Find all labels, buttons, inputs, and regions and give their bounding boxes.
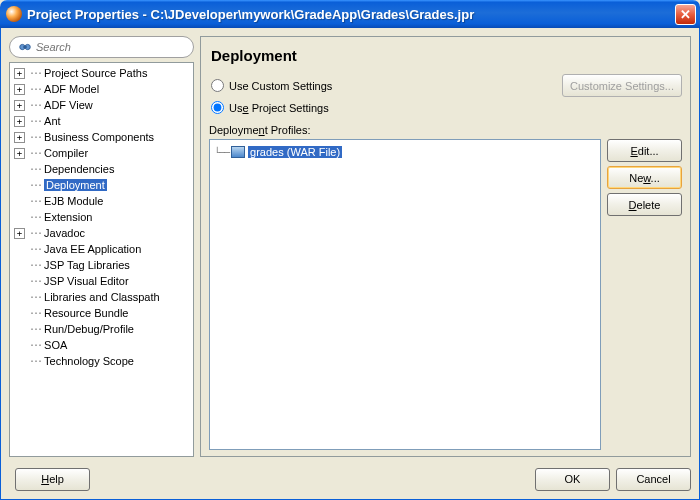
tree-item[interactable]: ···Run/Debug/Profile [10,321,193,337]
tree-dots: ··· [29,68,41,79]
tree-dots: ··· [29,292,41,303]
tree-item-label: Ant [44,115,61,127]
binoculars-icon [18,40,32,54]
app-icon [6,6,22,22]
tree-dots: ··· [29,324,41,335]
tree-item[interactable]: +···Javadoc [10,225,193,241]
tree-item[interactable]: ···Dependencies [10,161,193,177]
search-field[interactable] [9,36,194,58]
tree-item[interactable]: +···Compiler [10,145,193,161]
expand-icon[interactable]: + [14,132,25,143]
tree-dots: ··· [29,308,41,319]
dialog-body: +···Project Source Paths+···ADF Model+··… [0,28,700,500]
expand-spacer [14,244,25,255]
tree-item-label: Resource Bundle [44,307,128,319]
expand-spacer [14,356,25,367]
profiles-area: Deployment Profiles: └── grades (WAR Fil… [209,120,682,450]
delete-button[interactable]: Delete [607,193,682,216]
expand-icon[interactable]: + [14,84,25,95]
tree-item[interactable]: ···JSP Visual Editor [10,273,193,289]
new-button[interactable]: New... [607,166,682,189]
left-panel: +···Project Source Paths+···ADF Model+··… [9,36,194,457]
tree-dots: ··· [29,100,41,111]
tree-dots: ··· [29,244,41,255]
tree-item-label: Libraries and Classpath [44,291,160,303]
expand-spacer [14,308,25,319]
tree-item[interactable]: ···Deployment [10,177,193,193]
tree-item[interactable]: ···Extension [10,209,193,225]
tree-dots: ··· [29,116,41,127]
edit-button[interactable]: Edit... [607,139,682,162]
close-button[interactable]: ✕ [675,4,696,25]
expand-spacer [14,164,25,175]
tree-dots: ··· [29,356,41,367]
tree-item-label: Run/Debug/Profile [44,323,134,335]
tree-item-label: Extension [44,211,92,223]
tree-dots: ··· [29,228,41,239]
profile-item-label: grades (WAR File) [248,146,342,158]
category-tree[interactable]: +···Project Source Paths+···ADF Model+··… [9,62,194,457]
tree-item-label: Deployment [44,179,107,191]
tree-item[interactable]: ···SOA [10,337,193,353]
svg-rect-2 [23,46,27,48]
profiles-row: └── grades (WAR File) Edit... New... Del… [209,139,682,450]
tree-item-label: Project Source Paths [44,67,147,79]
tree-item[interactable]: ···JSP Tag Libraries [10,257,193,273]
use-custom-label: Use Custom Settings [229,80,332,92]
use-project-label: Use Project Settings [229,102,329,114]
tree-dots: ··· [29,212,41,223]
profile-buttons: Edit... New... Delete [607,139,682,450]
expand-icon[interactable]: + [14,100,25,111]
tree-item[interactable]: ···EJB Module [10,193,193,209]
expand-icon[interactable]: + [14,68,25,79]
tree-item[interactable]: +···Business Components [10,129,193,145]
profile-item[interactable]: └── grades (WAR File) [214,144,596,160]
custom-settings-row: Use Custom Settings Customize Settings..… [209,72,682,99]
tree-item-label: Compiler [44,147,88,159]
tree-dots: ··· [29,84,41,95]
expand-spacer [14,212,25,223]
cancel-button[interactable]: Cancel [616,468,691,491]
tree-item[interactable]: ···Libraries and Classpath [10,289,193,305]
main-area: +···Project Source Paths+···ADF Model+··… [9,36,691,457]
tree-item[interactable]: +···ADF Model [10,81,193,97]
titlebar: Project Properties - C:\JDeveloper\mywor… [0,0,700,28]
tree-item-label: JSP Tag Libraries [44,259,130,271]
expand-icon[interactable]: + [14,228,25,239]
tree-item[interactable]: ···Technology Scope [10,353,193,369]
tree-item-label: ADF View [44,99,93,111]
expand-spacer [14,180,25,191]
tree-item-label: Technology Scope [44,355,134,367]
tree-item-label: ADF Model [44,83,99,95]
project-settings-row: Use Project Settings [209,99,682,116]
expand-icon[interactable]: + [14,148,25,159]
profiles-list[interactable]: └── grades (WAR File) [209,139,601,450]
tree-item-label: Dependencies [44,163,114,175]
search-input[interactable] [36,41,185,53]
bottom-bar: Help OK Cancel [9,457,691,491]
expand-icon[interactable]: + [14,116,25,127]
profiles-label: Deployment Profiles: [209,120,682,139]
panel-heading: Deployment [209,43,682,72]
tree-item[interactable]: +···Project Source Paths [10,65,193,81]
expand-spacer [14,292,25,303]
help-button[interactable]: Help [15,468,90,491]
tree-item[interactable]: +···ADF View [10,97,193,113]
tree-connector: └── [214,147,229,158]
tree-dots: ··· [29,260,41,271]
tree-dots: ··· [29,196,41,207]
expand-spacer [14,276,25,287]
content-panel: Deployment Use Custom Settings Customize… [200,36,691,457]
tree-dots: ··· [29,180,41,191]
tree-item-label: JSP Visual Editor [44,275,129,287]
tree-dots: ··· [29,148,41,159]
use-custom-radio[interactable] [211,79,224,92]
expand-spacer [14,260,25,271]
tree-item-label: SOA [44,339,67,351]
ok-button[interactable]: OK [535,468,610,491]
tree-item[interactable]: +···Ant [10,113,193,129]
tree-item[interactable]: ···Resource Bundle [10,305,193,321]
window-title: Project Properties - C:\JDeveloper\mywor… [27,7,675,22]
tree-item[interactable]: ···Java EE Application [10,241,193,257]
use-project-radio[interactable] [211,101,224,114]
